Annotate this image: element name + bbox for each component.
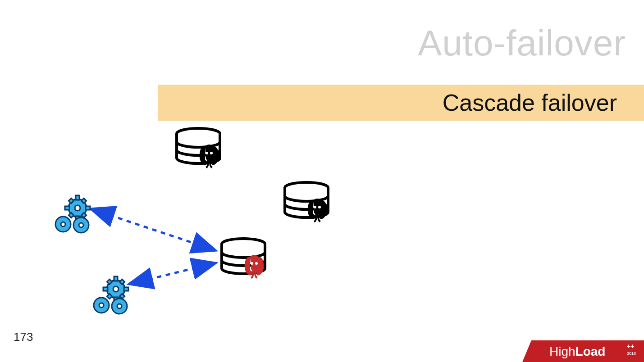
database-icon-center (222, 239, 265, 278)
svg-point-13 (69, 199, 87, 217)
svg-rect-30 (114, 297, 118, 302)
gears-icon-top (55, 195, 90, 233)
svg-rect-18 (86, 206, 90, 210)
logo-year: 2018 (627, 351, 636, 356)
svg-point-12 (255, 262, 258, 265)
svg-point-8 (314, 206, 316, 208)
svg-point-38 (99, 303, 104, 308)
svg-point-10 (222, 239, 265, 249)
svg-rect-16 (76, 216, 79, 221)
page-number: 173 (14, 330, 33, 344)
svg-rect-29 (114, 276, 118, 281)
svg-point-11 (251, 262, 253, 265)
svg-point-5 (206, 152, 208, 154)
svg-point-4 (177, 128, 220, 139)
svg-point-40 (117, 304, 122, 308)
svg-point-37 (94, 298, 109, 313)
svg-point-28 (113, 286, 119, 292)
logo-text-bold: Load (575, 344, 606, 358)
database-icon-right (285, 182, 328, 222)
svg-rect-31 (103, 287, 108, 291)
logo-text-light: High (549, 344, 575, 358)
logo-suffix: ++ (627, 343, 634, 350)
svg-line-3 (131, 263, 214, 284)
svg-rect-17 (65, 206, 69, 210)
svg-line-2 (92, 209, 214, 250)
svg-point-26 (79, 223, 83, 227)
svg-point-25 (73, 217, 89, 233)
subtitle-bar: Cascade failover (158, 85, 644, 121)
arrow-gears-top-to-db (92, 209, 214, 250)
svg-rect-15 (76, 195, 79, 200)
svg-point-27 (107, 280, 125, 298)
svg-rect-22 (81, 213, 86, 217)
svg-text:HighLoad: HighLoad (549, 344, 605, 358)
svg-rect-35 (107, 294, 112, 299)
svg-point-24 (61, 222, 65, 226)
database-icon-top (177, 128, 220, 167)
svg-rect-21 (69, 213, 73, 217)
svg-rect-19 (69, 198, 73, 203)
svg-point-23 (55, 217, 71, 232)
gears-icon-bottom (94, 276, 128, 314)
svg-point-14 (75, 205, 80, 211)
svg-point-7 (285, 182, 328, 193)
slide: Auto-failover Cascade failover (0, 0, 644, 362)
svg-point-6 (210, 152, 213, 154)
subtitle-text: Cascade failover (443, 89, 617, 116)
svg-rect-20 (81, 198, 86, 203)
svg-point-9 (318, 206, 321, 208)
svg-point-39 (112, 299, 127, 314)
svg-rect-36 (119, 294, 124, 299)
svg-rect-33 (107, 279, 112, 284)
svg-rect-32 (124, 287, 128, 291)
slide-title: Auto-failover (418, 23, 626, 64)
arrow-gears-bot-to-db (131, 263, 214, 284)
highload-logo: HighLoad ++ 2018 (522, 337, 644, 362)
svg-rect-34 (119, 279, 124, 284)
